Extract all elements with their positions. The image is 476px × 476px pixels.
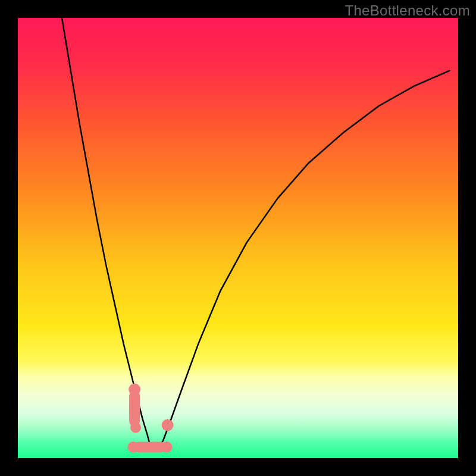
watermark-label: TheBottleneck.com [345,2,470,19]
chart-frame: TheBottleneck.com [0,0,476,476]
svg-point-3 [130,422,141,433]
svg-point-5 [161,441,173,453]
svg-point-2 [129,384,140,396]
gpu-region-marker [162,419,174,431]
svg-point-4 [128,441,139,453]
bottleneck-curve [62,18,449,449]
marker-layer [128,384,174,453]
curve-layer [18,18,458,458]
svg-rect-1 [129,391,140,427]
cpu-region-marker [129,384,141,433]
plot-area [18,18,458,458]
